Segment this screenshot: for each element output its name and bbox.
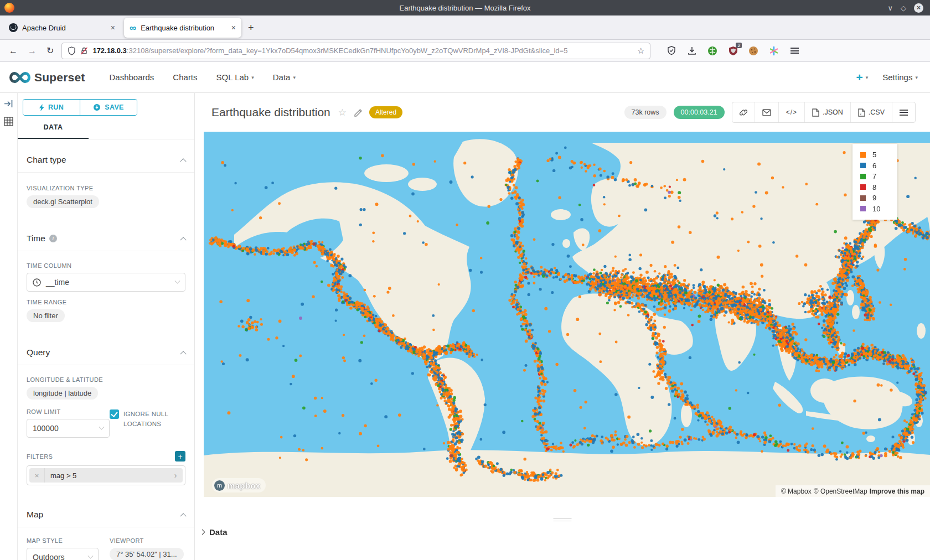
legend-swatch: [860, 163, 866, 168]
ublock-badge: 2: [736, 43, 742, 48]
chart-control-panel: RUN SAVE DATA Chart type VISUALIZATION T…: [18, 93, 195, 560]
menu-hamburger-icon[interactable]: [789, 45, 800, 56]
settings-menu[interactable]: Settings▾: [882, 72, 918, 82]
extension-green-icon[interactable]: [707, 45, 718, 56]
magnitude-legend: 5678910: [852, 144, 897, 220]
chevron-down-icon: ▾: [251, 75, 254, 80]
tracking-shield-icon[interactable]: [68, 46, 76, 55]
more-options-button[interactable]: [892, 102, 915, 122]
section-chart-type[interactable]: Chart type: [18, 147, 194, 173]
window-minimize-button[interactable]: ∨: [887, 4, 893, 12]
chevron-down-icon: [99, 424, 105, 429]
legend-item[interactable]: 7: [860, 171, 897, 182]
browser-window: Earthquake distribution — Mozilla Firefo…: [0, 0, 930, 560]
viz-type-pill[interactable]: deck.gl Scatterplot: [27, 195, 99, 208]
url-bar[interactable]: 172.18.0.3:32108/superset/explore/?form_…: [61, 43, 650, 59]
section-query[interactable]: Query: [18, 340, 194, 365]
mapbox-logo[interactable]: m mapbox: [212, 478, 266, 492]
favorite-star-icon[interactable]: ☆: [338, 107, 347, 118]
attrib-mapbox[interactable]: © Mapbox: [781, 488, 812, 495]
section-map[interactable]: Map: [18, 502, 194, 527]
add-filter-button[interactable]: +: [175, 451, 185, 462]
attrib-osm[interactable]: © OpenStreetMap: [814, 488, 867, 495]
reload-button[interactable]: ↻: [46, 45, 54, 56]
legend-swatch: [860, 152, 866, 158]
pane-resize-handle[interactable]: [554, 517, 572, 523]
copy-link-button[interactable]: [732, 102, 755, 122]
embed-code-button[interactable]: </>: [778, 102, 804, 122]
nav-sql-lab[interactable]: SQL Lab▾: [216, 72, 254, 82]
time-range-pill[interactable]: No filter: [27, 309, 65, 322]
section-time[interactable]: Time i: [18, 226, 194, 251]
nav-charts[interactable]: Charts: [173, 72, 197, 82]
filter-chip[interactable]: × mag > 5 ›: [29, 468, 183, 483]
datasource-grid-icon[interactable]: [4, 117, 13, 126]
export-csv-button[interactable]: x .CSV: [850, 102, 892, 122]
tab-earthquake-distribution[interactable]: ∞ Earthquake distribution ×: [124, 18, 241, 38]
forward-button[interactable]: →: [28, 46, 37, 56]
tab-title: Earthquake distribution: [141, 24, 214, 32]
bolt-icon: [39, 104, 44, 111]
legend-item[interactable]: 8: [860, 182, 897, 193]
ignore-null-label: IGNORE NULL LOCATIONS: [123, 409, 182, 438]
new-tab-button[interactable]: +: [248, 22, 254, 34]
legend-label: 8: [872, 183, 876, 191]
tab-data[interactable]: DATA: [18, 123, 89, 139]
chevron-up-icon: [180, 237, 186, 243]
window-restore-button[interactable]: ◇: [901, 4, 906, 12]
chevron-up-icon: [180, 158, 186, 164]
url-path: :32108/superset/explore/?form_data_key=1…: [127, 46, 568, 55]
back-button[interactable]: ←: [9, 46, 18, 56]
deckgl-map[interactable]: 5678910 m mapbox © Mapbox © OpenStreetMa…: [204, 132, 930, 497]
map-attribution: © Mapbox © OpenStreetMap Improve this ma…: [776, 485, 930, 497]
legend-swatch: [860, 195, 866, 201]
data-collapse-header[interactable]: Data: [200, 527, 228, 537]
email-share-button[interactable]: [755, 102, 778, 122]
protections-shield-icon[interactable]: [666, 45, 677, 56]
tab-apache-druid[interactable]: Apache Druid ×: [3, 18, 121, 38]
tab-close-icon[interactable]: ×: [231, 23, 236, 32]
row-limit-select[interactable]: 100000: [27, 419, 110, 438]
legend-item[interactable]: 5: [860, 149, 897, 160]
chevron-right-icon[interactable]: ›: [168, 471, 183, 480]
time-range-label: TIME RANGE: [27, 299, 185, 305]
time-column-select[interactable]: __time: [27, 273, 185, 292]
addon-asterisk-icon[interactable]: [768, 45, 779, 56]
remove-filter-icon[interactable]: ×: [29, 468, 45, 483]
ublock-shield-icon[interactable]: 2: [727, 45, 738, 56]
cookie-icon[interactable]: [748, 45, 759, 56]
expand-panel-icon[interactable]: [4, 100, 13, 108]
altered-badge[interactable]: Altered: [369, 106, 402, 118]
add-new-button[interactable]: +▾: [856, 71, 868, 83]
run-save-group: RUN SAVE: [23, 99, 137, 116]
url-host: 172.18.0.3: [92, 46, 126, 55]
bookmark-star-icon[interactable]: ☆: [637, 46, 644, 56]
downloads-icon[interactable]: [686, 45, 698, 56]
chevron-up-icon: [180, 351, 186, 357]
chevron-down-icon: ▾: [293, 75, 296, 80]
mapbox-icon: m: [214, 480, 225, 491]
viewport-pill[interactable]: 7° 35' 54.02" | 31...: [110, 548, 184, 560]
improve-map-link[interactable]: Improve this map: [870, 488, 924, 495]
nav-dashboards[interactable]: Dashboards: [109, 72, 154, 82]
browser-toolbar: ← → ↻ 172.18.0.3:32108/superset/explore/…: [0, 40, 930, 62]
ignore-null-checkbox[interactable]: [110, 409, 119, 419]
map-style-select[interactable]: Outdoors: [27, 548, 99, 560]
tab-close-icon[interactable]: ×: [111, 23, 115, 32]
window-close-button[interactable]: ×: [914, 3, 923, 13]
edit-properties-icon[interactable]: [354, 108, 363, 117]
legend-label: 9: [872, 194, 876, 202]
chevron-up-icon: [180, 513, 186, 519]
superset-logo[interactable]: Superset: [0, 70, 85, 85]
legend-item[interactable]: 10: [860, 204, 897, 215]
chevron-down-icon: [175, 278, 180, 283]
lonlat-pill[interactable]: longitude | latitude: [27, 387, 98, 400]
nav-data[interactable]: Data▾: [273, 72, 296, 82]
run-button[interactable]: RUN: [23, 100, 80, 115]
legend-item[interactable]: 9: [860, 193, 897, 204]
export-json-button[interactable]: .JSON: [804, 102, 850, 122]
legend-item[interactable]: 6: [860, 160, 897, 172]
insecure-lock-icon[interactable]: [80, 46, 88, 55]
brand-name: Superset: [34, 71, 85, 84]
save-button[interactable]: SAVE: [80, 100, 137, 115]
